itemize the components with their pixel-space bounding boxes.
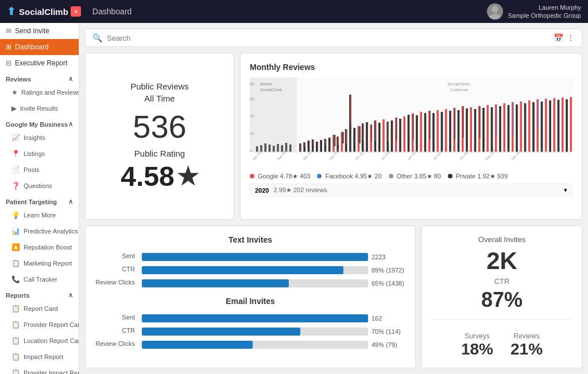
impact-report-icon: 📋 <box>11 353 20 361</box>
svg-text:Customer: Customer <box>450 87 469 92</box>
text-ctr-label: CTR <box>95 266 135 272</box>
email-ctr-fill <box>142 328 300 336</box>
chart-year-info: 2.99★ 202 reviews <box>273 186 327 194</box>
svg-rect-23 <box>300 143 301 152</box>
text-review-bar-row: Review Clicks 65% (1438) <box>95 279 406 287</box>
sidebar-item-provider-impact-report[interactable]: 📋 Provider Impact Report <box>0 365 79 374</box>
sidebar-item-report-card[interactable]: 📋 Report Card <box>0 301 79 317</box>
svg-rect-99 <box>528 100 531 152</box>
search-input[interactable] <box>107 34 549 42</box>
svg-rect-67 <box>420 112 422 152</box>
email-ctr-bar-group: CTR 70% (114) <box>95 327 406 336</box>
sidebar-item-posts[interactable]: 📄 Posts <box>0 162 79 178</box>
sidebar-item-location-report-card[interactable]: 📋 Location Report Card <box>0 333 79 349</box>
text-invites-title: Text Invites <box>95 235 406 244</box>
svg-rect-21 <box>289 145 292 152</box>
location-report-card-icon: 📋 <box>11 337 20 345</box>
overall-invites-card: Overall Invites 2K CTR 87% Surveys 18% R… <box>421 225 582 368</box>
overall-metrics: Surveys 18% Reviews 21% <box>431 332 572 359</box>
top-cards-row: Public Reviews All Time 536 Public Ratin… <box>85 53 582 220</box>
reputation-boost-icon: 🔼 <box>11 243 20 251</box>
sidebar-item-provider-report-card[interactable]: 📋 Provider Report Card <box>0 317 79 333</box>
text-review-track <box>142 279 368 287</box>
sidebar-item-invite-results[interactable]: ▶ Invite Results <box>0 100 79 116</box>
sidebar-section-patient-targeting[interactable]: Patient Targeting ∧ <box>0 194 79 207</box>
sidebar-label-dashboard: Dashboard <box>15 43 49 51</box>
svg-rect-88 <box>491 107 493 152</box>
svg-rect-71 <box>432 113 435 152</box>
posts-icon: 📄 <box>11 166 20 174</box>
svg-rect-30 <box>320 140 322 152</box>
svg-text:80: 80 <box>250 81 254 87</box>
email-review-fill <box>142 341 253 349</box>
svg-rect-91 <box>499 106 501 152</box>
top-nav: ⬆ SocialClimb ✕ Dashboard Lauren Murphy … <box>0 0 588 23</box>
email-ctr-bar-row: CTR 70% (114) <box>95 327 406 336</box>
text-invites-bars: Sent 2223 CTR 89 <box>95 252 406 287</box>
sidebar-item-marketing-report[interactable]: 📋 Marketing Report <box>0 255 79 271</box>
sidebar-label-questions: Questions <box>24 182 52 189</box>
svg-rect-17 <box>273 146 275 152</box>
patient-targeting-label: Patient Targeting <box>6 198 57 205</box>
sidebar-label-ratings: Ratings and Reviews <box>21 89 79 96</box>
sidebar-label-predictive-analytics: Predictive Analytics <box>24 228 78 235</box>
text-sent-bar-group: Sent 2223 <box>95 252 406 261</box>
calendar-btn[interactable]: 📅 <box>554 33 563 42</box>
sidebar-item-reputation-boost[interactable]: 🔼 Reputation Boost <box>0 239 79 255</box>
svg-text:SocialClimb: SocialClimb <box>447 81 469 87</box>
text-ctr-track <box>142 266 368 274</box>
nav-close-btn[interactable]: ✕ <box>71 6 81 17</box>
invites-card: Text Invites Sent 2223 CTR <box>85 225 416 368</box>
learn-more-icon: 💡 <box>11 211 20 219</box>
svg-rect-75 <box>449 111 451 152</box>
svg-rect-104 <box>545 99 547 152</box>
svg-rect-103 <box>541 102 543 152</box>
overall-ctr-label: CTR <box>494 277 510 286</box>
gmb-section-label: Google My Business <box>6 121 68 128</box>
svg-rect-95 <box>513 102 514 134</box>
sidebar-label-invite-results: Invite Results <box>20 105 58 112</box>
sidebar-item-ratings-reviews[interactable]: ★ Ratings and Reviews <box>0 84 79 100</box>
svg-rect-90 <box>496 104 497 136</box>
email-sent-track <box>142 314 368 322</box>
email-sent-fill <box>142 314 368 322</box>
svg-rect-53 <box>375 120 376 141</box>
sidebar-item-insights[interactable]: 📈 Insights <box>0 130 79 146</box>
dashboard-icon: ⊞ <box>6 43 11 51</box>
email-invites-bars: Sent 162 CTR <box>95 314 406 349</box>
sidebar-label-reputation-boost: Reputation Boost <box>24 244 72 251</box>
email-review-value: 49% (79) <box>372 341 406 348</box>
monthly-reviews-title: Monthly Reviews <box>250 63 572 72</box>
sidebar-section-reviews[interactable]: Reviews ∧ <box>0 71 79 84</box>
svg-rect-87 <box>486 105 489 152</box>
call-tracker-icon: 📞 <box>11 275 20 283</box>
svg-rect-39 <box>342 132 344 143</box>
sidebar-item-executive-report[interactable]: ⊟ Executive Report <box>0 55 79 71</box>
surveys-value: 18% <box>461 340 493 359</box>
text-ctr-fill <box>142 266 343 274</box>
svg-text:40: 40 <box>250 114 254 119</box>
sidebar-label-provider-impact-report: Provider Impact Report <box>24 369 79 374</box>
questions-icon: ❓ <box>11 182 20 190</box>
sidebar-section-reports[interactable]: Reports ∧ <box>0 287 79 301</box>
email-review-label: Review Clicks <box>95 340 135 347</box>
listings-icon: 📍 <box>11 150 20 158</box>
year-dropdown-icon[interactable]: ▾ <box>564 186 567 194</box>
svg-rect-43 <box>350 95 351 123</box>
sidebar-item-impact-report[interactable]: 📋 Impact Report <box>0 349 79 365</box>
sidebar-item-send-invite[interactable]: ✉ Send Invite <box>0 23 79 39</box>
executive-report-icon: ⊟ <box>6 59 11 67</box>
sidebar-section-gmb[interactable]: Google My Business ∧ <box>0 116 79 130</box>
legend-other: Other 3.85★ 80 <box>389 173 441 180</box>
legend-google: Google 4.78★ 403 <box>250 173 310 180</box>
sidebar-item-predictive-analytics[interactable]: 📊 Predictive Analytics <box>0 223 79 239</box>
svg-rect-44 <box>353 128 355 152</box>
app-body: ✉ Send Invite ⊞ Dashboard ⊟ Executive Re… <box>0 23 588 374</box>
sidebar-item-questions[interactable]: ❓ Questions <box>0 178 79 194</box>
sidebar-item-listings[interactable]: 📍 Listings <box>0 146 79 162</box>
sidebar-item-learn-more[interactable]: 💡 Learn More <box>0 207 79 223</box>
sidebar-item-dashboard[interactable]: ⊞ Dashboard <box>0 39 79 55</box>
more-options-btn[interactable]: ⋮ <box>567 33 575 42</box>
svg-rect-107 <box>558 100 560 152</box>
sidebar-item-call-tracker[interactable]: 📞 Call Tracker <box>0 271 79 287</box>
